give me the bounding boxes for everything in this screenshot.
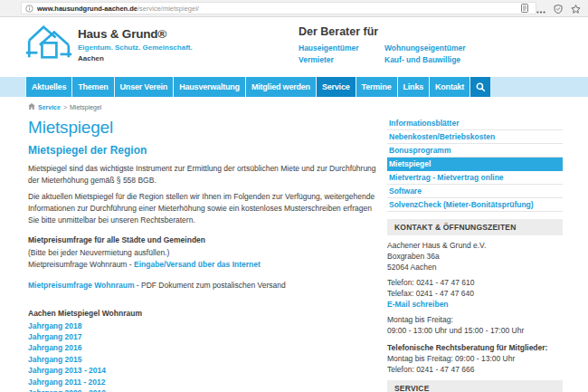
year-link-jahrgang-2009-2010[interactable]: Jahrgang 2009 - 2010	[28, 387, 377, 392]
survey-title: Mietpreisumfrage für alle Städte und Gem…	[28, 234, 377, 247]
sidebar: InformationsblätterNebenkosten/Betriebsk…	[387, 97, 563, 392]
intro-paragraph-2: Die aktuellen Mietspiegel für die Region…	[28, 191, 377, 226]
url-domain: www.hausundgrund-aachen.de	[37, 5, 138, 13]
sidebar-item-nebenkosten-betriebskosten[interactable]: Nebenkosten/Betriebskosten	[387, 130, 563, 144]
url-path: /service/mietspiegel/	[138, 5, 199, 13]
sidebar-item-bonusprogramm[interactable]: Bonusprogramm	[387, 144, 563, 158]
search-icon	[476, 82, 486, 92]
mietspiegel-list-title: Aachen Mietspiegel Wohnraum	[28, 309, 377, 318]
year-link-jahrgang-2013-2014[interactable]: Jahrgang 2013 - 2014	[28, 365, 377, 376]
main-navigation: AktuellesThemenUnser VereinHausverwaltun…	[0, 77, 588, 97]
bookmark-star-icon[interactable]	[571, 1, 581, 17]
search-button[interactable]	[470, 77, 490, 97]
legal-hours: Montag bis Freitag: 09:00 - 13:00 Uhr	[387, 353, 563, 364]
survey-pdf-link[interactable]: Mietpreisumfrage Wohnraum	[28, 281, 134, 290]
survey-online-line: Mietpreisumfrage Wohnraum - Eingabe/Vers…	[28, 259, 377, 272]
berater-link-hauseigentümer[interactable]: Hauseigentümer	[299, 43, 384, 54]
opening-hours-group: Montag bis Freitag: 09:00 - 13:00 Uhr un…	[387, 314, 563, 336]
nav-item-kontakt[interactable]: Kontakt	[430, 77, 470, 97]
nav-item-hausverwaltung[interactable]: Hausverwaltung	[174, 77, 246, 97]
survey-block: Mietpreisumfrage für alle Städte und Gem…	[28, 234, 377, 272]
survey-pdf-suffix: - PDF Dokument zum postalischen Versand	[134, 281, 285, 290]
info-icon[interactable]	[25, 5, 33, 13]
sidebar-item-informationsblätter[interactable]: Informationsblätter	[387, 117, 563, 130]
nav-item-mitglied-werden[interactable]: Mitglied werden	[246, 77, 317, 97]
brand-tagline: Eigentum. Schutz. Gemeinschaft.	[78, 43, 193, 52]
sidebar-item-solvenzcheck-mieter-bonitätsprüfung[interactable]: SolvenzCheck (Mieter-Bonitätsprüfung)	[387, 198, 563, 212]
browser-address-bar: www.hausundgrund-aachen.de/service/miets…	[0, 0, 588, 17]
page-body: Service > Mietspiegel Mietspiegel Mietsp…	[0, 97, 588, 392]
sidebar-menu: InformationsblätterNebenkosten/Betriebsk…	[387, 117, 563, 212]
sidebar-item-mietspiegel[interactable]: Mietspiegel	[387, 158, 563, 171]
brand-name: Haus & Grund®	[78, 27, 193, 41]
nav-item-unser-verein[interactable]: Unser Verein	[115, 77, 175, 97]
haus-und-grund-logo-icon[interactable]	[25, 22, 72, 66]
nav-item-termine[interactable]: Termine	[356, 77, 398, 97]
breadcrumb-separator: >	[63, 104, 67, 110]
nav-item-themen[interactable]: Themen	[72, 77, 114, 97]
contact-block: Aachener Haus & Grund e.V. Boxgraben 36a…	[387, 240, 563, 375]
survey-pdf-line: Mietpreisumfrage Wohnraum - PDF Dokument…	[28, 280, 377, 292]
service-heading: SERVICE	[387, 380, 563, 392]
url-text: www.hausundgrund-aachen.de/service/miets…	[37, 5, 517, 13]
berater-link-kauf-und-bauwillige[interactable]: Kauf- und Bauwillige	[384, 54, 516, 66]
brand-city: Aachen	[78, 54, 193, 62]
contact-fax: Telefax: 0241 - 47 47 640	[387, 288, 563, 299]
page-subtitle: Mietspiegel der Region	[28, 145, 377, 157]
hours-value: 09:00 - 13:00 Uhr und 15:00 - 17:00 Uhr	[387, 325, 563, 336]
main-nav-items: AktuellesThemenUnser VereinHausverwaltun…	[25, 77, 470, 97]
year-link-jahrgang-2011-2012[interactable]: Jahrgang 2011 - 2012	[28, 377, 377, 387]
email-link[interactable]: E-Mail schreiben	[387, 299, 563, 310]
browser-window: www.hausundgrund-aachen.de/service/miets…	[0, 0, 588, 392]
contact-org: Aachener Haus & Grund e.V.	[387, 240, 563, 251]
nav-item-service[interactable]: Service	[317, 77, 356, 97]
contact-street: Boxgraben 36a	[387, 251, 563, 262]
year-links-list: Jahrgang 2018Jahrgang 2017Jahrgang 2016J…	[28, 320, 377, 392]
breadcrumb-current: Mietspiegel	[70, 104, 101, 110]
sidebar-item-software[interactable]: Software	[387, 185, 563, 198]
intro-paragraph-1: Mietspiegel sind das wichtigste Instrume…	[28, 163, 377, 186]
year-link-jahrgang-2016[interactable]: Jahrgang 2016	[28, 342, 377, 353]
contact-city: 52064 Aachen	[387, 262, 563, 272]
nav-item-links[interactable]: Links	[398, 77, 431, 97]
breadcrumb: Service > Mietspiegel	[28, 103, 377, 110]
year-link-jahrgang-2018[interactable]: Jahrgang 2018	[28, 320, 377, 331]
berater-block: Der Berater für HauseigentümerWohnungsei…	[299, 25, 516, 66]
main-content: Service > Mietspiegel Mietspiegel Mietsp…	[28, 97, 377, 392]
contact-phone-group: Telefon: 0241 - 47 47 610 Telefax: 0241 …	[387, 277, 563, 310]
legal-title: Telefonische Rechtsberatung für Mitglied…	[387, 342, 563, 353]
survey-online-prefix: Mietpreisumfrage Wohnraum -	[28, 260, 134, 269]
nav-item-aktuelles[interactable]: Aktuelles	[25, 77, 72, 97]
site-header: Haus & Grund® Eigentum. Schutz. Gemeinsc…	[0, 17, 588, 77]
more-actions-icon[interactable]	[536, 1, 545, 17]
contact-heading: KONTAKT & ÖFFNUNGSZEITEN	[387, 219, 563, 235]
url-input[interactable]: www.hausundgrund-aachen.de/service/miets…	[21, 2, 536, 14]
breadcrumb-service-link[interactable]: Service	[38, 104, 61, 110]
berater-title: Der Berater für	[299, 25, 516, 38]
hours-label: Montag bis Freitag:	[387, 314, 563, 325]
year-link-jahrgang-2015[interactable]: Jahrgang 2015	[28, 354, 377, 365]
sidebar-item-mietvertrag-mietvertrag-online[interactable]: Mietvertrag - Mietvertrag online	[387, 171, 563, 185]
survey-online-link[interactable]: Eingabe/Versand über das Internet	[134, 260, 261, 269]
legal-phone: Telefon: 0241 - 47 47 666	[387, 364, 563, 375]
reader-mode-icon[interactable]	[521, 4, 528, 13]
brand-text: Haus & Grund® Eigentum. Schutz. Gemeinsc…	[78, 27, 193, 62]
contact-address: Aachener Haus & Grund e.V. Boxgraben 36a…	[387, 240, 563, 272]
berater-link-vermieter[interactable]: Vermieter	[299, 54, 384, 66]
berater-link-wohnungseigentümer[interactable]: Wohnungseigentümer	[384, 43, 516, 54]
page-title: Mietspiegel	[28, 118, 377, 137]
berater-links: HauseigentümerWohnungseigentümerVermiete…	[299, 43, 516, 66]
survey-note: (Bitte bei jeder Neuvermietung ausfüllen…	[28, 247, 377, 260]
contact-phone: Telefon: 0241 - 47 47 610	[387, 277, 563, 288]
year-link-jahrgang-2017[interactable]: Jahrgang 2017	[28, 331, 377, 342]
tracking-protection-icon[interactable]	[554, 1, 563, 17]
home-icon[interactable]	[28, 103, 35, 110]
legal-advice-group: Telefonische Rechtsberatung für Mitglied…	[387, 342, 563, 375]
